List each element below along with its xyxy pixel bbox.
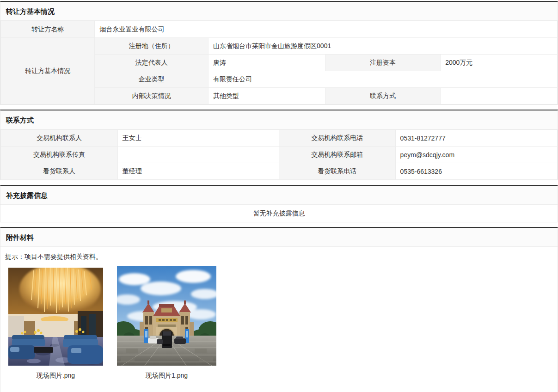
section-supplementary-disclosure: 补充披露信息 暂无补充披露信息 [0, 185, 558, 222]
transferor-name-value: 烟台永业置业有限公司 [95, 21, 558, 38]
attachment-item[interactable]: 现场图片.png [8, 268, 103, 380]
viewing-contact-person-value: 董经理 [117, 163, 279, 180]
agency-contact-phone-value: 0531-81272777 [395, 130, 557, 147]
agency-contact-person-value: 王女士 [117, 130, 279, 147]
section-contact-info: 联系方式 交易机构联系人 王女士 交易机构联系电话 0531-81272777 … [0, 110, 558, 180]
attachments-note: 提示：项目不需要提供相关资料。 [0, 247, 558, 265]
agency-contact-fax-value [117, 147, 279, 163]
agency-contact-fax-label: 交易机构联系传真 [1, 147, 118, 163]
internal-decision-value: 其他类型 [208, 88, 325, 104]
registered-capital-label: 注册资本 [325, 55, 440, 71]
section-title-disclosure: 补充披露信息 [0, 186, 558, 205]
legal-representative-value: 唐涛 [208, 55, 325, 71]
agency-contact-person-label: 交易机构联系人 [1, 130, 118, 147]
agency-contact-email-value: peym@sdcqjy.com [395, 147, 557, 163]
viewing-contact-phone-value: 0535-6613326 [395, 163, 557, 180]
registered-address-value: 山东省烟台市莱阳市金山旅游度假区0001 [208, 38, 558, 55]
section-title-transferor: 转让方基本情况 [0, 2, 558, 21]
table-row: 交易机构联系传真 交易机构联系邮箱 peym@sdcqjy.com [1, 147, 558, 163]
hotel-lobby-photo[interactable] [8, 268, 103, 366]
attachments-list: 现场图片.png [0, 265, 558, 392]
table-row: 转让方基本情况 注册地（住所） 山东省烟台市莱阳市金山旅游度假区0001 [1, 38, 558, 55]
registered-capital-value: 2000万元 [441, 55, 558, 71]
registered-address-label: 注册地（住所） [95, 38, 208, 55]
table-row: 交易机构联系人 王女士 交易机构联系电话 0531-81272777 [1, 130, 558, 147]
company-type-value: 有限责任公司 [208, 71, 558, 88]
section-title-attachments: 附件材料 [0, 228, 558, 247]
contact-method-label: 联系方式 [325, 88, 440, 104]
section-transferor-basic-info: 转让方基本情况 转让方名称 烟台永业置业有限公司 转让方基本情况 注册地（住所）… [0, 1, 558, 105]
internal-decision-label: 内部决策情况 [95, 88, 208, 104]
agency-contact-phone-label: 交易机构联系电话 [279, 130, 395, 147]
section-attachments: 附件材料 提示：项目不需要提供相关资料。 [0, 227, 558, 392]
building-gate-photo[interactable] [117, 266, 216, 366]
legal-representative-label: 法定代表人 [95, 55, 208, 71]
transferor-table: 转让方名称 烟台永业置业有限公司 转让方基本情况 注册地（住所） 山东省烟台市莱… [0, 21, 558, 104]
attachment-filename: 现场图片1.png [146, 372, 188, 380]
attachment-item[interactable]: 现场图片1.png [117, 266, 216, 380]
table-row: 看货联系人 董经理 看货联系电话 0535-6613326 [1, 163, 558, 180]
section-title-contact: 联系方式 [0, 110, 558, 129]
agency-contact-email-label: 交易机构联系邮箱 [279, 147, 395, 163]
page: 转让方基本情况 转让方名称 烟台永业置业有限公司 转让方基本情况 注册地（住所）… [0, 0, 558, 392]
attachment-filename: 现场图片.png [37, 372, 75, 380]
disclosure-empty-text: 暂无补充披露信息 [0, 205, 558, 222]
contact-table: 交易机构联系人 王女士 交易机构联系电话 0531-81272777 交易机构联… [0, 129, 558, 180]
transferor-group-label: 转让方基本情况 [1, 38, 95, 104]
viewing-contact-phone-label: 看货联系电话 [279, 163, 395, 180]
table-row: 转让方名称 烟台永业置业有限公司 [1, 21, 558, 38]
viewing-contact-person-label: 看货联系人 [1, 163, 118, 180]
company-type-label: 企业类型 [95, 71, 208, 88]
contact-method-value [441, 88, 558, 104]
transferor-name-label: 转让方名称 [1, 21, 95, 38]
